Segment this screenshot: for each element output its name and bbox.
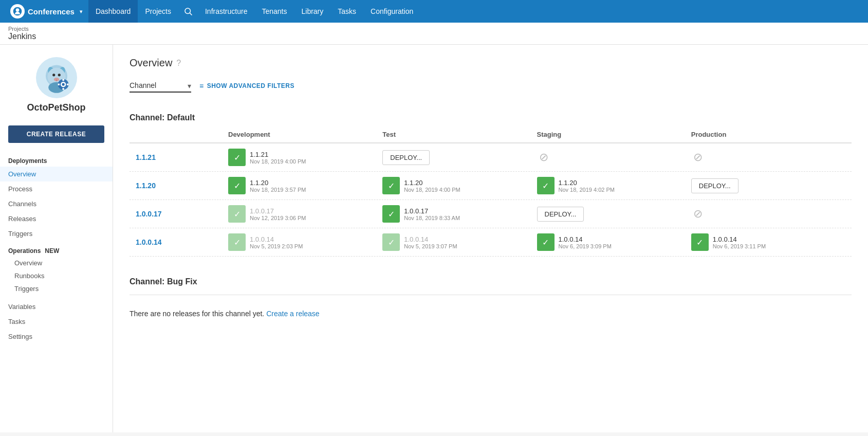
deployed-version: 1.0.0.14 [250,235,303,243]
deploy-cell-dev-1121: ✓ 1.1.21 Nov 18, 2019 4:00 PM [228,149,382,166]
release-row: 1.1.21 ✓ 1.1.21 Nov 18, 2019 4:00 PM DEP… [130,143,852,172]
nav-tasks[interactable]: Tasks [330,0,363,23]
not-deployed-prod-10017: ⊘ [691,207,845,221]
deploy-cell-prod-1120: DEPLOY... [691,178,845,193]
sidebar-item-variables[interactable]: Variables [0,299,113,314]
deployed-version: 1.1.21 [250,151,306,158]
sidebar-item-settings[interactable]: Settings [0,329,113,344]
section-divider [130,295,852,295]
operations-section-label: Operations NEW [0,241,113,257]
sidebar-item-operations-overview[interactable]: Overview [0,257,113,269]
deploy-cell-staging-10017: DEPLOY... [537,207,691,222]
nav-tenants[interactable]: Tenants [254,0,294,23]
channel-bugfix-header: Channel: Bug Fix [130,269,852,290]
nav-configuration[interactable]: Configuration [363,0,420,23]
main-content-area: Overview ? Channel Default Bug Fix ≡ SHO… [113,45,868,432]
release-version-1121[interactable]: 1.1.21 [136,153,228,161]
help-icon[interactable]: ? [176,59,181,68]
deploy-cell-test-1120: ✓ 1.1.20 Nov 18, 2019 4:00 PM [382,177,537,194]
top-navigation: Conferences ▾ Dashboard Projects Infrast… [0,0,868,23]
svg-rect-16 [62,79,64,81]
deploy-button-test-1121[interactable]: DEPLOY... [382,150,430,165]
deployed-check-icon: ✓ [691,233,709,251]
svg-point-8 [52,74,55,76]
brand-caret-icon: ▾ [80,9,82,14]
deployed-check-faded-icon: ✓ [228,233,246,251]
deployed-version: 1.0.0.14 [713,235,766,243]
no-releases-message: There are no releases for this channel y… [130,303,852,324]
column-headers: Development Test Staging Production [130,126,852,143]
search-icon[interactable] [178,0,198,23]
sidebar-item-tasks[interactable]: Tasks [0,314,113,329]
deployed-date: Nov 18, 2019 4:00 PM [404,187,460,193]
sidebar: OctoPetShop CREATE RELEASE Deployments O… [0,45,113,432]
deploy-cell-staging-10014: ✓ 1.0.0.14 Nov 6, 2019 3:09 PM [537,233,691,251]
svg-rect-19 [67,83,69,85]
col-development: Development [228,131,382,138]
col-staging: Staging [537,131,691,138]
svg-rect-18 [58,83,60,85]
deployed-version: 1.0.0.17 [250,207,306,215]
release-version-10017[interactable]: 1.0.0.17 [136,210,228,218]
breadcrumb-parent[interactable]: Projects [8,26,860,32]
filter-lines-icon: ≡ [199,82,204,90]
create-release-link[interactable]: Create a release [266,310,320,318]
deployed-check-faded-icon: ✓ [228,205,246,223]
project-avatar [36,57,77,98]
channel-default-section: Channel: Default Development Test Stagin… [130,105,852,257]
operations-new-badge: NEW [45,247,59,255]
deploy-button-staging-10017[interactable]: DEPLOY... [537,207,584,222]
channel-select-wrapper: Channel Default Bug Fix [130,79,191,93]
nav-projects[interactable]: Projects [138,0,178,23]
nav-dashboard[interactable]: Dashboard [88,0,138,23]
deployed-date: Nov 6, 2019 3:09 PM [559,243,612,249]
filters-row: Channel Default Bug Fix ≡ SHOW ADVANCED … [130,79,852,93]
release-version-10014[interactable]: 1.0.0.14 [136,238,228,246]
deploy-button-prod-1120[interactable]: DEPLOY... [691,178,738,193]
breadcrumb: Projects Jenkins [0,23,868,45]
deployed-check-icon: ✓ [228,149,246,166]
deployed-check-icon: ✓ [537,233,555,251]
sidebar-item-operations-triggers[interactable]: Triggers [0,282,113,295]
deploy-cell-test-10017: ✓ 1.0.0.17 Nov 18, 2019 8:33 AM [382,205,537,223]
sidebar-item-overview[interactable]: Overview [0,167,113,181]
deployed-version: 1.1.20 [404,179,460,187]
brand-logo [10,4,25,19]
deploy-cell-dev-1120: ✓ 1.1.20 Nov 18, 2019 3:57 PM [228,177,382,194]
nav-library[interactable]: Library [294,0,330,23]
sidebar-item-process[interactable]: Process [0,181,113,196]
deployed-check-icon: ✓ [228,177,246,194]
deployed-version: 1.0.0.14 [404,235,457,243]
sidebar-item-releases[interactable]: Releases [0,211,113,226]
nav-infrastructure[interactable]: Infrastructure [198,0,254,23]
advanced-filters-button[interactable]: ≡ SHOW ADVANCED FILTERS [199,82,294,90]
deploy-cell-test-10014: ✓ 1.0.0.14 Nov 5, 2019 3:07 PM [382,233,537,251]
deployed-date: Nov 12, 2019 3:06 PM [250,215,306,221]
deploy-cell-dev-10017: ✓ 1.0.0.17 Nov 12, 2019 3:06 PM [228,205,382,223]
deployed-version: 1.0.0.14 [559,235,612,243]
release-row: 1.0.0.17 ✓ 1.0.0.17 Nov 12, 2019 3:06 PM… [130,200,852,228]
release-row: 1.0.0.14 ✓ 1.0.0.14 Nov 5, 2019 2:03 PM … [130,228,852,257]
deployed-check-faded-icon: ✓ [382,233,400,251]
deployed-version: 1.1.20 [250,179,306,187]
release-row: 1.1.20 ✓ 1.1.20 Nov 18, 2019 3:57 PM ✓ 1… [130,172,852,200]
svg-point-1 [16,8,20,12]
create-release-button[interactable]: CREATE RELEASE [8,125,104,143]
channel-select[interactable]: Channel Default Bug Fix [130,79,191,93]
deployed-version: 1.0.0.17 [404,207,460,215]
release-version-1120[interactable]: 1.1.20 [136,181,228,190]
not-deployed-staging-1121: ⊘ [537,151,691,164]
deployed-date: Nov 18, 2019 4:02 PM [559,187,615,193]
svg-point-2 [185,8,191,14]
deployed-date: Nov 18, 2019 4:00 PM [250,158,306,165]
deploy-cell-staging-1120: ✓ 1.1.20 Nov 18, 2019 4:02 PM [537,177,691,194]
deployed-check-icon: ✓ [382,205,400,223]
sidebar-item-channels[interactable]: Channels [0,196,113,211]
sidebar-item-triggers[interactable]: Triggers [0,226,113,241]
deployed-check-icon: ✓ [537,177,555,194]
col-test: Test [382,131,537,138]
brand-menu[interactable]: Conferences ▾ [4,4,88,19]
deploy-cell-prod-10014: ✓ 1.0.0.14 Nov 6, 2019 3:11 PM [691,233,845,251]
brand-name: Conferences [28,7,75,16]
sidebar-item-runbooks[interactable]: Runbooks [0,269,113,282]
